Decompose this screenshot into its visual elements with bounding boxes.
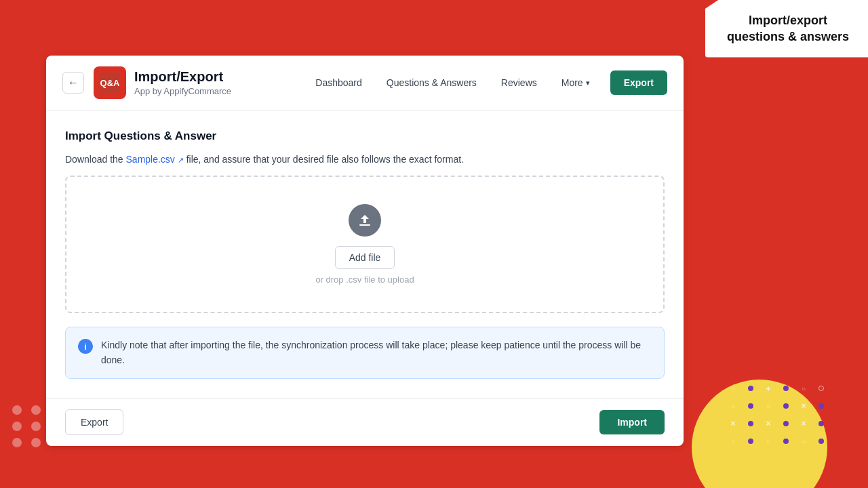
- nav-links: Dashboard Questions & Answers Reviews Mo…: [306, 72, 599, 94]
- header-export-button[interactable]: Export: [610, 70, 667, 95]
- nav-qa[interactable]: Questions & Answers: [377, 72, 486, 94]
- desc-suffix: file, and assure that your desired file …: [184, 154, 464, 165]
- info-box: i Kindly note that after importing the f…: [65, 327, 665, 379]
- footer-export-button[interactable]: Export: [65, 409, 123, 435]
- top-right-label: Import/export questions & answers: [705, 0, 868, 58]
- add-file-button[interactable]: Add file: [335, 246, 395, 269]
- upload-hint: or drop .csv file to upload: [315, 274, 414, 285]
- app-subtitle: App by AppifyCommarce: [134, 86, 306, 96]
- card-footer: Export Import: [46, 398, 684, 446]
- upload-area[interactable]: Add file or drop .csv file to upload: [65, 176, 665, 313]
- section-title: Import Questions & Answer: [65, 129, 665, 143]
- info-icon: i: [78, 339, 93, 354]
- external-link-icon: ↗: [178, 156, 184, 164]
- decorative-dots-left: [12, 405, 43, 447]
- chevron-down-icon: ▾: [586, 79, 590, 87]
- import-button[interactable]: Import: [599, 410, 665, 434]
- nav-more[interactable]: More ▾: [552, 72, 599, 94]
- card-body: Import Questions & Answer Download the S…: [46, 110, 684, 398]
- app-logo: Q&A: [94, 66, 126, 99]
- svg-rect-2: [359, 224, 370, 226]
- desc-prefix: Download the: [65, 154, 126, 165]
- description-text: Download the Sample.csv ↗ file, and assu…: [65, 154, 665, 165]
- nav-dashboard[interactable]: Dashboard: [306, 72, 372, 94]
- upload-icon: [349, 204, 381, 237]
- info-text: Kindly note that after importing the fil…: [101, 338, 652, 367]
- card-header: ← Q&A Import/Export App by AppifyCommarc…: [46, 56, 684, 110]
- back-button[interactable]: ←: [62, 72, 84, 94]
- sample-csv-link[interactable]: Sample.csv ↗: [126, 154, 184, 165]
- label-line2: questions & answers: [727, 30, 849, 43]
- svg-text:Q&A: Q&A: [100, 78, 121, 88]
- decorative-dots-right: ○ + ○ ○ ○ × × × × ○ ○ ○: [727, 382, 827, 447]
- app-title-group: Import/Export App by AppifyCommarce: [134, 69, 306, 96]
- main-card: ← Q&A Import/Export App by AppifyCommarc…: [46, 56, 684, 446]
- app-title: Import/Export: [134, 69, 306, 85]
- nav-reviews[interactable]: Reviews: [492, 72, 547, 94]
- arrow-up-icon: [357, 212, 373, 228]
- label-line1: Import/export: [749, 14, 827, 27]
